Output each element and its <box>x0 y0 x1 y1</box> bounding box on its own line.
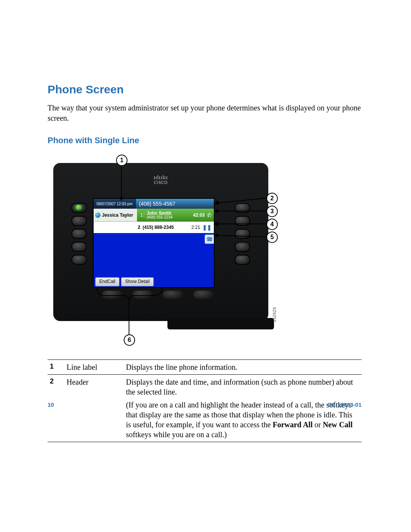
softkey-endcall[interactable]: EndCall <box>95 277 119 286</box>
softkey-hw-1[interactable] <box>102 291 122 299</box>
doc-number: OL-19963-01 <box>328 401 362 408</box>
call1-duration: 42:03 <box>193 212 205 218</box>
line-button-left-4[interactable] <box>72 242 87 252</box>
phone-screen: 09/07/2007 12:03 pm (408) 555-4567 Jessi… <box>93 198 215 288</box>
line-button-right-5[interactable] <box>235 255 250 265</box>
header-date: 09/07/2007 <box>97 202 116 206</box>
figure-id: 252625 <box>272 307 277 322</box>
active-call-row: 1 John Smith (408) 555-1234 42:03 ✆ <box>137 209 214 222</box>
screen-header: 09/07/2007 12:03 pm (408) 555-4567 <box>94 199 214 209</box>
call1-index: 1 <box>139 212 144 218</box>
phone-figure: ıılıılıı CISCO <box>48 155 362 353</box>
line-button-left-3[interactable] <box>72 229 87 239</box>
row2b-bold1: Forward All <box>272 420 312 429</box>
cisco-brand-text: CISCO <box>53 181 268 185</box>
page-footer: 10 OL-19963-01 <box>48 399 362 408</box>
callout-1: 1 <box>116 155 127 166</box>
handset-icon: ✆ <box>207 212 212 218</box>
row2-desc: Displays the date and time, and informat… <box>124 375 362 442</box>
row2b-bold2: New Call <box>323 420 352 429</box>
softkey-hw-3[interactable] <box>163 291 183 299</box>
line-button-left-2[interactable] <box>72 216 87 226</box>
line-button-left-5[interactable] <box>72 255 87 265</box>
softkey-showdetail[interactable]: Show Detail <box>121 277 154 286</box>
line-label-cell: Jessica Taylor <box>94 209 137 222</box>
call2-number: (415) 888-2345 <box>143 225 174 230</box>
call2-index: 2 <box>138 225 140 230</box>
held-call-row: 2 (415) 888-2345 2:21 ❚❚ <box>94 222 214 233</box>
softkey-bar: EndCall Show Detail <box>94 277 155 287</box>
hold-icon: ❚❚ <box>202 224 212 230</box>
line-button-right-1[interactable] <box>235 203 250 213</box>
document-page: Phone Screen The way that your system ad… <box>0 0 411 532</box>
page-number: 10 <box>48 401 54 408</box>
header-time: 12:03 pm <box>117 202 133 206</box>
row1-desc: Displays the line phone information. <box>124 360 362 375</box>
callout-6: 6 <box>124 334 135 346</box>
phone-body: ıılıılıı CISCO <box>53 163 268 321</box>
cisco-bars-icon: ıılıılıı <box>53 174 268 181</box>
callout-5: 5 <box>266 232 278 243</box>
row2-number: 2 <box>48 375 64 442</box>
call2-duration: 2:21 <box>191 225 200 230</box>
line-label-text: Jessica Taylor <box>102 212 133 218</box>
section-heading: Phone Screen <box>48 83 362 96</box>
line-button-left-1[interactable] <box>72 203 87 213</box>
call1-number: (408) 555-1234 <box>147 216 172 219</box>
row1-number: 1 <box>48 360 64 375</box>
table-row: 1 Line label Displays the line phone inf… <box>48 360 362 375</box>
header-datetime: 09/07/2007 12:03 pm <box>94 199 136 209</box>
line-row: Jessica Taylor 1 John Smith (408) 555-12… <box>94 209 214 222</box>
intro-paragraph: The way that your system administrator s… <box>48 103 362 123</box>
phone-icon: ☎ <box>206 236 213 242</box>
softkey-hw-2[interactable] <box>132 291 152 299</box>
header-phone-number: (408) 555-4567 <box>136 201 214 207</box>
line-button-right-2[interactable] <box>235 216 250 226</box>
line-button-right-3[interactable] <box>235 229 250 239</box>
line-led-icon <box>75 205 82 210</box>
cisco-logo: ıılıılıı CISCO <box>53 174 268 185</box>
softkey-hw-4[interactable] <box>193 291 213 299</box>
callout-3: 3 <box>266 206 278 217</box>
row2b-post: softkeys while you are on a call.) <box>126 430 227 439</box>
callout-4: 4 <box>266 219 278 230</box>
content-column: Phone Screen The way that your system ad… <box>48 83 362 442</box>
line-button-right-4[interactable] <box>235 242 250 252</box>
row1-name: Line label <box>64 360 124 375</box>
row2-name: Header <box>64 375 124 442</box>
phone-base <box>167 318 274 329</box>
row2-desc-a: Displays the date and time, and informat… <box>126 377 358 397</box>
table-row: 2 Header Displays the date and time, and… <box>48 375 362 442</box>
subsection-heading: Phone with Single Line <box>48 136 362 145</box>
presence-icon <box>95 212 100 218</box>
callout-2: 2 <box>266 193 278 204</box>
row2b-mid: or <box>312 420 323 429</box>
info-tab: ☎ <box>205 235 214 244</box>
